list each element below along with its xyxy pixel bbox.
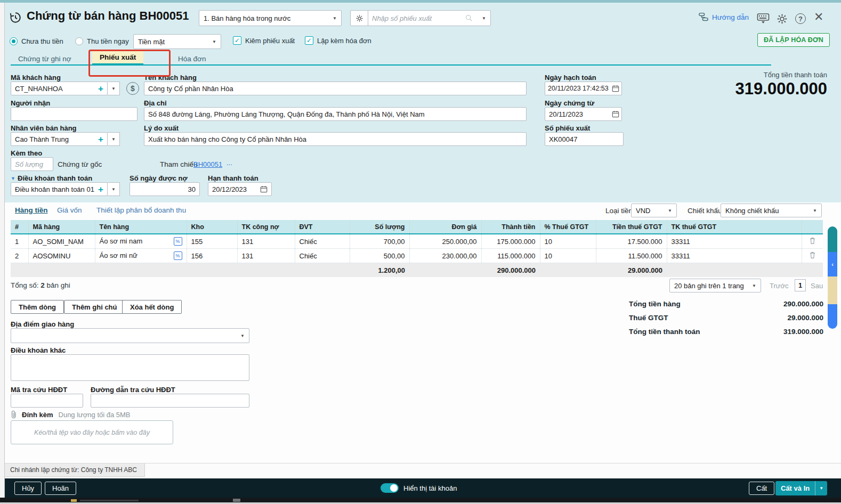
posting-date-input[interactable]: [545, 82, 622, 95]
delivery-location-select[interactable]: ▼: [11, 328, 249, 343]
other-terms-textarea[interactable]: [11, 354, 249, 381]
address-input[interactable]: [144, 107, 527, 121]
pill-teal-segment: [828, 226, 837, 252]
col-quantity[interactable]: Số lượng: [350, 220, 409, 234]
caret-down-icon: ▼: [240, 334, 245, 338]
debt-days-input[interactable]: [130, 182, 200, 196]
collapse-caret-icon[interactable]: ▼: [11, 176, 15, 181]
add-note-button[interactable]: Thêm ghi chú: [64, 300, 125, 314]
settings-icon[interactable]: [777, 13, 788, 25]
col-unit-price[interactable]: Đơn giá: [409, 220, 481, 234]
delete-all-rows-button[interactable]: Xóa hết dòng: [122, 300, 182, 314]
page-size-select[interactable]: 20 bản ghi trên 1 trang ▼: [669, 279, 761, 292]
side-panel-pill[interactable]: ‹: [828, 226, 837, 329]
attachment-dropzone[interactable]: Kéo/thả tệp vào đây hoặc bấm vào đây: [11, 420, 173, 444]
export-reason-input[interactable]: [144, 132, 527, 146]
postpone-button[interactable]: Hoãn: [45, 482, 76, 495]
col-receivable-account[interactable]: TK công nợ: [237, 220, 295, 234]
help-icon[interactable]: ?: [795, 13, 806, 24]
doc-date-input[interactable]: [545, 107, 622, 121]
total-vat: 29.000.000: [596, 263, 667, 278]
col-unit[interactable]: ĐVT: [295, 220, 350, 234]
show-accounts-toggle[interactable]: Hiển thị tài khoản: [381, 483, 457, 493]
tab-export-slip[interactable]: Phiếu xuất: [92, 51, 143, 66]
customer-name-label: Tên khách hàng: [144, 74, 197, 82]
checkmark-icon: ✓: [305, 36, 313, 45]
col-vat-percent[interactable]: % Thuế GTGT: [540, 220, 596, 234]
reference-more-link[interactable]: ...: [227, 159, 232, 167]
trash-icon[interactable]: [809, 237, 816, 245]
pagination-page-box[interactable]: 1: [795, 279, 806, 291]
checkbox-with-invoice[interactable]: ✓ Lập kèm hóa đơn: [305, 36, 371, 45]
tab-cost-price[interactable]: Giá vốn: [57, 206, 82, 214]
search-options-caret[interactable]: ▼: [478, 10, 491, 26]
search-settings-button[interactable]: [350, 10, 368, 26]
payment-method-select[interactable]: Tiền mặt ▼: [133, 34, 221, 49]
radio-not-collected[interactable]: Chưa thu tiền: [10, 37, 63, 45]
cancel-button[interactable]: Hủy: [14, 482, 42, 495]
customer-name-input[interactable]: [144, 82, 527, 95]
table-row[interactable]: 2 AOSOMINU Áo sơ mi nữ % 156 131 Chiếc 5…: [11, 249, 823, 263]
document-type-select[interactable]: 1. Bán hàng hóa trong nước ▼: [199, 10, 342, 26]
keyboard-icon[interactable]: [757, 13, 770, 25]
search-icon[interactable]: [465, 14, 473, 22]
col-amount[interactable]: Thành tiền: [481, 220, 540, 234]
calendar-icon[interactable]: [612, 110, 619, 118]
tab-debit-document[interactable]: Chứng từ ghi nợ: [11, 51, 79, 66]
checkbox-warehouse-slip[interactable]: ✓ Kiêm phiếu xuất: [233, 36, 295, 45]
discount-select[interactable]: Không chiết khấu ▼: [721, 204, 822, 217]
reference-link[interactable]: BH00051: [193, 160, 222, 168]
page-title: Chứng từ bán hàng BH00051: [27, 9, 189, 23]
col-vat-account[interactable]: TK thuế GTGT: [667, 220, 802, 234]
plus-icon[interactable]: +: [98, 135, 103, 144]
col-warehouse[interactable]: Kho: [187, 220, 237, 234]
grand-total-value: 319.000.000: [735, 79, 827, 99]
grand-total-label: Tổng tiền thanh toán: [764, 71, 827, 79]
summary-vat-value: 29.000.000: [787, 314, 823, 322]
save-button[interactable]: Cất: [749, 482, 774, 495]
tab-line-items[interactable]: Hàng tiền: [15, 206, 48, 214]
total-amount: 290.000.000: [481, 263, 540, 278]
calendar-icon[interactable]: [260, 185, 268, 193]
col-item-code[interactable]: Mã hàng: [28, 220, 95, 234]
tab-revenue-allocation[interactable]: Thiết lập phân bổ doanh thu: [96, 206, 186, 214]
radio-on-icon: [10, 37, 18, 45]
save-and-print-button[interactable]: Cất và In ▼: [775, 481, 827, 495]
col-vat-amount[interactable]: Tiền thuế GTGT: [596, 220, 667, 234]
percent-doc-icon[interactable]: %: [174, 237, 182, 246]
invoice-lookup-url-input[interactable]: [91, 394, 249, 408]
radio-collect-now[interactable]: Thu tiền ngay: [75, 37, 129, 45]
attached-qty-input[interactable]: [11, 157, 53, 171]
col-item-name[interactable]: Tên hàng: [95, 220, 187, 234]
guide-link[interactable]: Hướng dẫn: [698, 12, 749, 22]
table-row[interactable]: 1 AO_SOMI_NAM Áo sơ mi nam % 155 131 Chi…: [11, 234, 823, 249]
history-icon[interactable]: [9, 11, 22, 25]
invoice-lookup-code-input[interactable]: [11, 394, 83, 408]
pagination-next[interactable]: Sau: [811, 282, 823, 290]
close-icon[interactable]: ✕: [814, 11, 823, 23]
calendar-icon[interactable]: [612, 85, 619, 92]
trash-icon[interactable]: [809, 251, 816, 259]
export-slip-no-input[interactable]: [545, 132, 624, 146]
customer-code-input[interactable]: [11, 82, 108, 95]
receiver-input[interactable]: [11, 107, 138, 121]
percent-doc-icon[interactable]: %: [174, 251, 182, 260]
salesperson-caret[interactable]: ▼: [108, 132, 120, 146]
plus-icon[interactable]: +: [98, 84, 103, 93]
dollar-icon[interactable]: $: [126, 82, 139, 95]
add-row-button[interactable]: Thêm dòng: [11, 300, 64, 314]
tab-invoice[interactable]: Hóa đơn: [171, 51, 213, 66]
pill-expand-segment[interactable]: ‹: [828, 252, 837, 277]
payment-terms-caret[interactable]: ▼: [108, 182, 120, 196]
customer-code-caret[interactable]: ▼: [108, 82, 120, 95]
col-no[interactable]: #: [11, 220, 28, 234]
save-print-caret[interactable]: ▼: [815, 481, 827, 495]
payment-terms-input[interactable]: [11, 182, 108, 196]
customer-code-label: Mã khách hàng: [11, 74, 61, 82]
plus-icon[interactable]: +: [98, 185, 103, 194]
salesperson-input[interactable]: [11, 132, 108, 146]
branch-info-chip: Chi nhánh lập chứng từ: Công ty TNHH ABC: [5, 464, 145, 477]
pagination-prev[interactable]: Trước: [770, 282, 789, 290]
search-input[interactable]: [368, 10, 478, 26]
currency-select[interactable]: VND ▼: [631, 204, 677, 217]
